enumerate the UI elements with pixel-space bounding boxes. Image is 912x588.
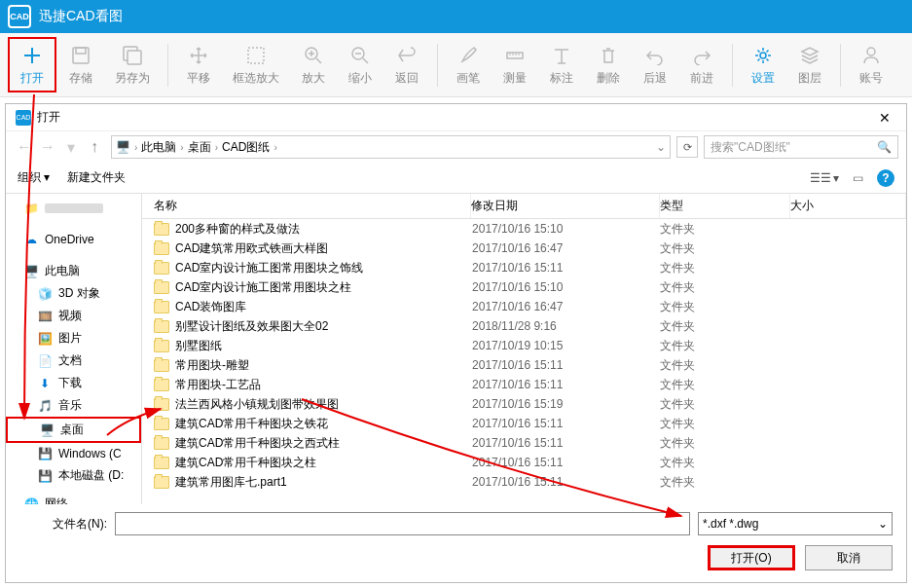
nav-back-icon[interactable]: ← xyxy=(14,136,35,158)
picture-icon: 🖼️ xyxy=(37,331,53,347)
table-row[interactable]: 别墅图纸2017/10/19 10:15文件夹 xyxy=(142,336,906,355)
nav-row: ← → ▾ ↑ 🖥️ › 此电脑 › 桌面 › CAD图纸 › ⌄ ⟳ 搜索"C… xyxy=(6,131,906,163)
folder-icon xyxy=(154,398,169,411)
app-icon: CAD xyxy=(8,5,31,28)
sidebar-item-documents[interactable]: 📄文档 xyxy=(6,349,141,372)
open-confirm-button[interactable]: 打开(O) xyxy=(708,545,795,570)
dialog-app-icon: CAD xyxy=(16,110,31,126)
plus-icon xyxy=(19,43,45,68)
document-icon: 📄 xyxy=(37,353,53,369)
organize-button[interactable]: 组织 ▾ xyxy=(18,169,50,186)
sidebar-item-windows[interactable]: 💾Windows (C xyxy=(6,443,141,464)
search-input[interactable]: 搜索"CAD图纸" 🔍 xyxy=(704,135,898,159)
move-button[interactable]: 平移 xyxy=(176,39,221,91)
filetype-select[interactable]: *.dxf *.dwg⌄ xyxy=(698,512,893,535)
saveas-button[interactable]: 另存为 xyxy=(105,39,160,91)
sidebar-item-localdisk[interactable]: 💾本地磁盘 (D: xyxy=(6,464,141,487)
help-icon[interactable]: ? xyxy=(877,169,894,187)
open-button[interactable]: 打开 xyxy=(8,37,56,92)
delete-button[interactable]: 删除 xyxy=(586,39,631,91)
folder-icon xyxy=(154,340,169,352)
sidebar-item-onedrive[interactable]: ☁OneDrive xyxy=(6,229,141,250)
account-button[interactable]: 账号 xyxy=(849,39,894,91)
disk-icon: 💾 xyxy=(37,446,53,461)
col-date[interactable]: 修改日期 xyxy=(471,194,659,218)
video-icon: 🎞️ xyxy=(37,309,53,324)
table-row[interactable]: CAD建筑常用欧式铁画大样图2017/10/16 16:47文件夹 xyxy=(142,239,906,258)
layers-button[interactable]: 图层 xyxy=(787,39,832,91)
table-row[interactable]: 建筑CAD常用千种图块之柱2017/10/16 15:11文件夹 xyxy=(142,453,906,472)
back-icon xyxy=(394,43,420,68)
desktop-icon: 🖥️ xyxy=(39,423,55,438)
table-row[interactable]: 常用图块-工艺品2017/10/16 15:11文件夹 xyxy=(142,375,906,394)
table-row[interactable]: CAD室内设计施工图常用图块之饰线2017/10/16 15:11文件夹 xyxy=(142,258,906,277)
view-mode-button[interactable]: ☰☰▾ xyxy=(810,171,839,185)
undo-icon xyxy=(642,43,668,68)
preview-pane-button[interactable]: ▭ xyxy=(853,171,863,185)
filename-input[interactable] xyxy=(115,512,690,535)
folder-icon xyxy=(154,223,169,236)
close-icon[interactable]: ✕ xyxy=(873,110,896,126)
sidebar-item-music[interactable]: 🎵音乐 xyxy=(6,394,141,417)
cancel-button[interactable]: 取消 xyxy=(805,545,893,570)
measure-button[interactable]: 测量 xyxy=(492,39,537,91)
sidebar-item[interactable]: 📁 xyxy=(6,198,141,219)
zoomout-button[interactable]: 缩小 xyxy=(338,39,383,91)
table-row[interactable]: CAD装饰图库2017/10/16 16:47文件夹 xyxy=(142,297,906,316)
filename-label: 文件名(N): xyxy=(19,516,107,533)
folder-icon xyxy=(154,379,169,391)
sidebar-item-thispc[interactable]: 🖥️此电脑 xyxy=(6,260,141,282)
col-size[interactable]: 大小 xyxy=(790,194,906,218)
newfolder-button[interactable]: 新建文件夹 xyxy=(67,169,126,186)
main-toolbar: 打开 存储 另存为 平移 框选放大 放大 缩小 返回 画笔 测量 标注 xyxy=(0,33,912,97)
zoombox-button[interactable]: 框选放大 xyxy=(223,39,289,91)
nav-forward-icon[interactable]: → xyxy=(37,136,58,158)
back-button[interactable]: 返回 xyxy=(384,39,429,91)
zoomin-button[interactable]: 放大 xyxy=(291,39,336,91)
cube-icon: 🧊 xyxy=(37,286,53,302)
svg-rect-7 xyxy=(507,53,523,58)
undo-button[interactable]: 后退 xyxy=(633,39,677,91)
table-row[interactable]: CAD室内设计施工图常用图块之柱2017/10/16 15:10文件夹 xyxy=(142,277,906,297)
refresh-icon[interactable]: ⟳ xyxy=(676,136,698,158)
sidebar-item-desktop[interactable]: 🖥️桌面 xyxy=(6,417,141,443)
dialog-toolbar: 组织 ▾ 新建文件夹 ☰☰▾ ▭ ? xyxy=(6,163,906,194)
col-name[interactable]: 名称 xyxy=(142,194,471,218)
breadcrumb[interactable]: 🖥️ › 此电脑 › 桌面 › CAD图纸 › ⌄ xyxy=(111,135,671,159)
nav-up-icon[interactable]: ↑ xyxy=(84,136,105,158)
sidebar-item-videos[interactable]: 🎞️视频 xyxy=(6,305,141,327)
layers-icon xyxy=(797,43,822,68)
table-row[interactable]: 法兰西风格小镇规划图带效果图2017/10/16 15:19文件夹 xyxy=(142,394,906,414)
table-row[interactable]: 常用图块-雕塑2017/10/16 15:11文件夹 xyxy=(142,355,906,375)
table-row[interactable]: 200多种窗的样式及做法2017/10/16 15:10文件夹 xyxy=(142,219,906,239)
folder-icon xyxy=(154,320,169,333)
folder-icon xyxy=(154,476,169,489)
settings-button[interactable]: 设置 xyxy=(741,39,785,91)
saveas-icon xyxy=(120,43,145,68)
move-icon xyxy=(186,43,211,68)
zoombox-icon xyxy=(243,43,269,68)
table-row[interactable]: 建筑CAD常用千种图块之铁花2017/10/16 15:11文件夹 xyxy=(142,414,906,433)
svg-rect-3 xyxy=(128,51,141,64)
folder-icon xyxy=(154,281,169,294)
redo-button[interactable]: 前进 xyxy=(679,39,724,91)
chevron-down-icon[interactable]: ⌄ xyxy=(656,140,666,154)
table-row[interactable]: 别墅设计图纸及效果图大全022018/11/28 9:16文件夹 xyxy=(142,316,906,336)
cloud-icon: ☁ xyxy=(23,232,39,247)
table-row[interactable]: 建筑常用图库七.part12017/10/16 15:11文件夹 xyxy=(142,472,906,492)
folder-icon xyxy=(154,359,169,372)
sidebar-item-3dobjects[interactable]: 🧊3D 对象 xyxy=(6,282,141,305)
folder-icon xyxy=(154,418,169,430)
nav-dropdown-icon[interactable]: ▾ xyxy=(60,136,82,158)
chevron-down-icon: ⌄ xyxy=(878,517,888,531)
sidebar-item-network[interactable]: 🌐网络 xyxy=(6,493,141,504)
save-button[interactable]: 存储 xyxy=(58,39,103,91)
folder-icon xyxy=(154,262,169,275)
table-row[interactable]: 建筑CAD常用千种图块之西式柱2017/10/16 15:11文件夹 xyxy=(142,433,906,453)
sidebar-item-pictures[interactable]: 🖼️图片 xyxy=(6,327,141,349)
ruler-icon xyxy=(502,43,528,68)
col-type[interactable]: 类型 xyxy=(660,194,790,218)
brush-button[interactable]: 画笔 xyxy=(446,39,491,91)
sidebar-item-downloads[interactable]: ⬇下载 xyxy=(6,372,141,394)
annotate-button[interactable]: 标注 xyxy=(539,39,584,91)
